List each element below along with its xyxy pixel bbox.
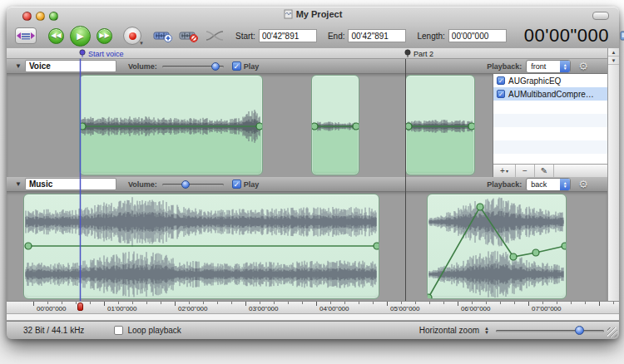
music-volume-label: Volume: bbox=[128, 180, 157, 189]
horizontal-scrollbar[interactable] bbox=[7, 314, 619, 321]
edit-effect-button[interactable]: ✎ bbox=[535, 165, 554, 177]
marker-bar[interactable]: Start voicePart 2 bbox=[7, 48, 607, 59]
music-playback-select[interactable]: back ▲▼ bbox=[526, 178, 571, 191]
music-audio-clip[interactable] bbox=[23, 194, 379, 299]
selection-tool-button[interactable] bbox=[15, 27, 37, 44]
effect-label: AUMultibandCompre… bbox=[508, 90, 594, 99]
slider-thumb[interactable] bbox=[211, 62, 220, 71]
toolbar: ◀◀ ▶ ▶▶ ▼ bbox=[7, 23, 619, 48]
forward-button[interactable]: ▶▶ bbox=[97, 28, 112, 44]
voice-audio-clip[interactable] bbox=[405, 75, 475, 175]
loop-playback-checkbox[interactable] bbox=[114, 326, 123, 335]
export-icon bbox=[620, 29, 624, 42]
scroll-up-arrow[interactable]: ▲ bbox=[608, 48, 619, 57]
voice-volume-slider[interactable] bbox=[162, 61, 224, 71]
add-clip-button[interactable] bbox=[153, 28, 173, 43]
music-disclosure-triangle[interactable]: ▼ bbox=[15, 180, 22, 188]
scroll-down-arrow[interactable]: ▼ bbox=[608, 57, 619, 65]
horizontal-zoom-slider[interactable] bbox=[496, 326, 604, 336]
titlebar[interactable]: My Project bbox=[7, 7, 619, 23]
music-play-checkbox[interactable]: ✓ bbox=[232, 180, 241, 189]
remove-effect-button[interactable]: − bbox=[516, 165, 535, 177]
start-field[interactable] bbox=[259, 29, 317, 42]
marker-label: Part 2 bbox=[414, 50, 433, 58]
effect-enabled-checkbox[interactable]: ✓ bbox=[497, 76, 505, 85]
end-field[interactable] bbox=[348, 29, 406, 42]
resize-grip[interactable] bbox=[607, 327, 617, 337]
timeline-ruler[interactable]: 00'00"00001'00"00002'00"00003'00"00004'0… bbox=[7, 301, 619, 314]
ruler-minor-tick bbox=[47, 302, 48, 304]
fast-forward-icon: ▶▶ bbox=[99, 32, 109, 39]
effect-enabled-checkbox[interactable]: ✓ bbox=[497, 90, 505, 98]
voice-name-field[interactable] bbox=[25, 60, 116, 72]
voice-waveform bbox=[406, 76, 474, 175]
ruler-minor-tick bbox=[344, 302, 345, 304]
crossfade-icon bbox=[205, 30, 225, 42]
ruler-minor-tick bbox=[472, 302, 473, 304]
zoom-stepper[interactable]: ▲▼ bbox=[484, 327, 489, 334]
timeline-marker[interactable]: Part 2 bbox=[404, 48, 433, 59]
effect-row[interactable]: ✓AUMultibandCompre… bbox=[493, 87, 607, 101]
voice-play-label: Play bbox=[244, 62, 260, 71]
ruler-major-tick bbox=[175, 302, 176, 306]
ruler-minor-tick bbox=[203, 302, 204, 304]
window-title-wrap: My Project bbox=[7, 9, 619, 21]
popup-arrows-icon: ▲▼ bbox=[560, 179, 570, 190]
ruler-minor-tick bbox=[443, 302, 444, 304]
ruler-label: 04'00"000 bbox=[319, 305, 349, 312]
slider-thumb[interactable] bbox=[181, 180, 190, 189]
timeline-marker[interactable]: Start voice bbox=[78, 48, 124, 59]
ruler-minor-tick bbox=[146, 302, 147, 304]
rewind-button[interactable]: ◀◀ bbox=[48, 28, 64, 44]
vertical-scrollbar[interactable]: ▲ ▼ bbox=[607, 48, 619, 301]
music-play-label: Play bbox=[244, 180, 260, 189]
ruler-minor-tick bbox=[132, 302, 133, 304]
ruler-label: 00'00"000 bbox=[37, 305, 67, 312]
crossfade-button[interactable] bbox=[205, 28, 225, 43]
ruler-minor-tick bbox=[76, 302, 77, 304]
voice-playback-value: front bbox=[527, 62, 560, 71]
document-proxy-icon bbox=[284, 9, 293, 21]
effect-row[interactable]: ✓AUGraphicEQ bbox=[493, 74, 607, 87]
record-button[interactable]: ▼ bbox=[123, 27, 141, 45]
ruler-minor-tick bbox=[330, 302, 331, 304]
time-display: 00'00"000 bbox=[524, 25, 609, 47]
voice-disclosure-triangle[interactable]: ▼ bbox=[15, 62, 22, 70]
voice-audio-clip[interactable] bbox=[79, 75, 263, 175]
ruler-minor-tick bbox=[500, 302, 501, 304]
app-window: My Project ◀◀ ▶ ▶▶ ▼ bbox=[7, 7, 619, 339]
effects-list[interactable]: ✓AUGraphicEQ✓AUMultibandCompre… bbox=[493, 74, 607, 164]
toolbar-toggle-button[interactable] bbox=[592, 12, 609, 20]
voice-play-checkbox[interactable]: ✓ bbox=[232, 61, 241, 71]
ruler-minor-tick bbox=[415, 302, 416, 304]
ruler-label: 07'00"000 bbox=[532, 305, 562, 312]
voice-waveform bbox=[80, 76, 262, 175]
ruler-major-tick bbox=[33, 302, 34, 306]
music-settings-gear-icon[interactable]: ⚙ bbox=[578, 178, 588, 190]
loop-playback-label: Loop playback bbox=[127, 326, 181, 335]
length-field[interactable] bbox=[448, 29, 507, 42]
effect-empty-row bbox=[493, 114, 607, 127]
record-options-caret[interactable]: ▼ bbox=[139, 41, 144, 46]
music-track-lane[interactable] bbox=[7, 192, 607, 301]
delete-clip-button[interactable] bbox=[179, 28, 199, 43]
music-volume-slider[interactable] bbox=[162, 180, 224, 189]
voice-playback-select[interactable]: front ▲▼ bbox=[526, 60, 571, 73]
music-audio-clip[interactable] bbox=[427, 194, 567, 299]
voice-audio-clip[interactable] bbox=[311, 75, 359, 175]
slider-thumb[interactable] bbox=[575, 326, 584, 335]
ruler-minor-tick bbox=[373, 302, 374, 304]
marker-divider-line bbox=[405, 59, 406, 301]
voice-track-lane[interactable]: ✓AUGraphicEQ✓AUMultibandCompre… +▾ − ✎ bbox=[7, 74, 607, 177]
add-effect-button[interactable]: +▾ bbox=[493, 165, 516, 177]
music-name-field[interactable] bbox=[25, 178, 116, 190]
marker-label: Start voice bbox=[88, 50, 124, 58]
audio-format-label: 32 Bit / 44.1 kHz bbox=[23, 326, 84, 335]
playhead-pin[interactable] bbox=[77, 303, 83, 311]
export-button[interactable] bbox=[620, 28, 624, 43]
playhead-line[interactable] bbox=[80, 59, 81, 301]
length-label: Length: bbox=[417, 32, 444, 41]
voice-settings-gear-icon[interactable]: ⚙ bbox=[578, 60, 588, 72]
play-button[interactable]: ▶ bbox=[70, 26, 91, 47]
effect-empty-row bbox=[493, 154, 607, 164]
